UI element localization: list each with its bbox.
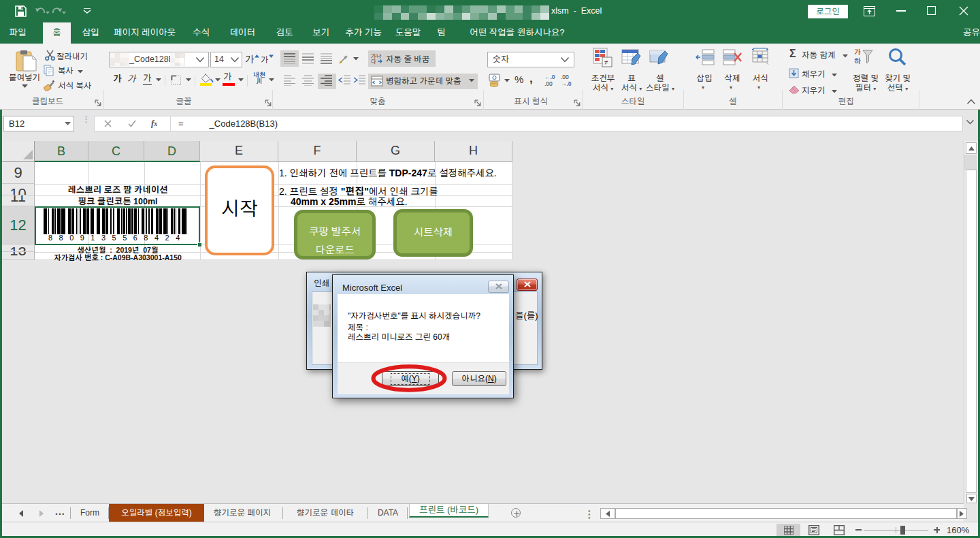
svg-text:하: 하 <box>854 57 861 65</box>
svg-text:.00: .00 <box>544 80 553 86</box>
svg-text:가나: 가나 <box>371 53 382 59</box>
svg-text:다: 다 <box>371 59 376 65</box>
svg-text:→.0: →.0 <box>561 80 572 86</box>
svg-text:.00: .00 <box>561 74 569 80</box>
svg-text:←.0: ←.0 <box>544 74 555 80</box>
svg-text:≠: ≠ <box>604 59 608 66</box>
svg-text:가: 가 <box>854 48 861 56</box>
